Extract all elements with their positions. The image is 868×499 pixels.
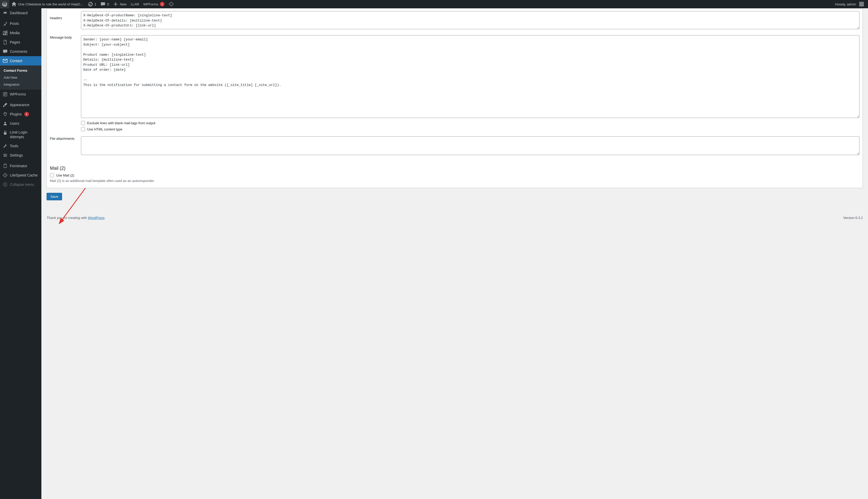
mail-icon (3, 58, 8, 63)
sidebar-item-label: Media (10, 31, 20, 35)
dashboard-icon (3, 10, 8, 15)
message-body-input[interactable] (81, 35, 859, 118)
svg-rect-8 (5, 164, 6, 165)
comment-icon (3, 49, 8, 54)
sidebar-item-settings[interactable]: Settings (0, 151, 41, 160)
sidebar-item-label: Pages (10, 40, 20, 44)
use-mail2-checkbox[interactable] (50, 173, 54, 177)
sidebar-item-users[interactable]: Users (0, 119, 41, 128)
sidebar-item-tools[interactable]: Tools (0, 141, 41, 151)
sidebar-item-pages[interactable]: Pages (0, 38, 41, 47)
use-html-row[interactable]: Use HTML content type (81, 127, 859, 131)
wordpress-icon (2, 2, 7, 7)
footer-thanks: Thank you for creating with WordPress. (47, 216, 105, 220)
sidebar-item-litespeed[interactable]: LiteSpeed Cache (0, 171, 41, 180)
page-icon (3, 40, 8, 45)
admin-bar: One Chlebdesk to rule the world of HelpD… (0, 0, 868, 8)
footer-version: Version 6.3.2 (843, 216, 863, 220)
svg-point-2 (4, 122, 6, 123)
footer-pre: Thank you for creating with (47, 216, 88, 220)
sidebar-collapse[interactable]: Collapse menu (0, 180, 41, 189)
sidebar-item-label: WPForms (10, 92, 26, 96)
svg-rect-7 (4, 164, 7, 168)
plugins-badge: 1 (24, 112, 29, 117)
subitem-integration[interactable]: Integration (0, 81, 41, 88)
sidebar-item-label: Appearance (10, 103, 29, 107)
site-name-label: One Chlebdesk to rule the world of HelpD… (18, 2, 84, 6)
exclude-blank-label: Exclude lines with blank mail-tags from … (87, 121, 155, 125)
plus-icon (113, 2, 118, 7)
exclude-blank-checkbox[interactable] (81, 121, 85, 125)
use-mail2-label: Use Mail (2) (56, 173, 74, 177)
headers-label-text: headers (50, 16, 62, 20)
save-button[interactable]: Save (47, 193, 62, 200)
footer: Thank you for creating with WordPress. V… (47, 216, 863, 220)
wp-logo-menu[interactable] (0, 0, 9, 8)
sidebar-item-posts[interactable]: Posts (0, 19, 41, 28)
new-content-menu[interactable]: New (111, 0, 128, 8)
comments-count: 0 (107, 2, 109, 6)
refresh-count: 1 (95, 2, 96, 6)
sidebar-item-label: Users (10, 121, 20, 125)
sidebar-item-forminator[interactable]: Forminator (0, 161, 41, 171)
sidebar-submenu-contact: Contact Forms Add New Integration (0, 65, 41, 89)
sidebar-item-llar[interactable]: Limit Login Attempts (0, 128, 41, 141)
sidebar-item-comments[interactable]: Comments (0, 47, 41, 56)
sidebar-item-appearance[interactable]: Appearance (0, 100, 41, 109)
sidebar-item-media[interactable]: Media (0, 28, 41, 38)
llar-menu[interactable]: LLAR (128, 0, 141, 8)
wordpress-link[interactable]: WordPress (88, 216, 104, 220)
comment-icon (100, 2, 105, 7)
attach-label: File attachments (50, 136, 76, 156)
sidebar-item-label: Settings (10, 153, 23, 157)
content-area: Additional Additional headers headers Me… (41, 8, 868, 499)
svg-point-9 (3, 183, 7, 186)
body-label: Message body (50, 35, 76, 131)
pin-icon (3, 21, 8, 26)
subitem-contact-forms[interactable]: Contact Forms (0, 67, 41, 74)
clipboard-icon (3, 163, 8, 169)
wrench-icon (3, 143, 8, 148)
sidebar-item-label: Tools (10, 144, 18, 148)
lock-icon (3, 130, 8, 135)
comments-menu[interactable]: 0 (98, 0, 111, 8)
howdy-menu[interactable]: Howdy, admin (833, 0, 866, 8)
file-attachments-input[interactable] (81, 136, 859, 155)
refresh-menu[interactable]: 1 (86, 0, 98, 8)
subitem-add-new[interactable]: Add New (0, 74, 41, 81)
plug-icon (3, 111, 8, 117)
additional-headers-input[interactable] (81, 11, 859, 29)
wpforms-label: WPForms (143, 2, 158, 6)
bolt-diamond-icon (3, 173, 8, 178)
footer-post: . (104, 216, 105, 220)
svg-point-5 (6, 155, 7, 156)
sidebar-item-label: LiteSpeed Cache (10, 173, 38, 177)
media-icon (3, 30, 8, 35)
home-icon (11, 2, 16, 7)
avatar-icon (859, 2, 864, 7)
sidebar-item-label: Collapse menu (10, 182, 34, 186)
sidebar-item-dashboard[interactable]: Dashboard (0, 8, 41, 17)
admin-sidebar: Dashboard Posts Media Pages Comments Con… (0, 8, 41, 499)
wpforms-badge: 1 (160, 2, 164, 7)
sidebar-item-contact[interactable]: Contact (0, 56, 41, 65)
form-icon (3, 92, 8, 97)
sidebar-item-label: Forminator (10, 164, 27, 168)
mail2-heading: Mail (2) (50, 166, 859, 171)
sidebar-item-label: Dashboard (10, 11, 28, 15)
site-name-menu[interactable]: One Chlebdesk to rule the world of HelpD… (9, 0, 86, 8)
sidebar-item-label: Contact (10, 59, 22, 63)
sidebar-item-label: Limit Login Attempts (10, 130, 39, 139)
sliders-icon (3, 153, 8, 158)
diamond-menu[interactable] (166, 0, 176, 8)
use-html-checkbox[interactable] (81, 127, 85, 131)
update-icon (88, 2, 93, 7)
sidebar-item-wpforms[interactable]: WPForms (0, 89, 41, 99)
wpforms-menu[interactable]: WPForms 1 (141, 0, 166, 8)
exclude-blank-row[interactable]: Exclude lines with blank mail-tags from … (81, 121, 859, 125)
sidebar-item-label: Comments (10, 49, 27, 53)
svg-point-4 (4, 154, 5, 155)
new-label: New (120, 2, 126, 6)
sidebar-item-plugins[interactable]: Plugins 1 (0, 109, 41, 119)
use-mail2-row[interactable]: Use Mail (2) (50, 173, 859, 177)
